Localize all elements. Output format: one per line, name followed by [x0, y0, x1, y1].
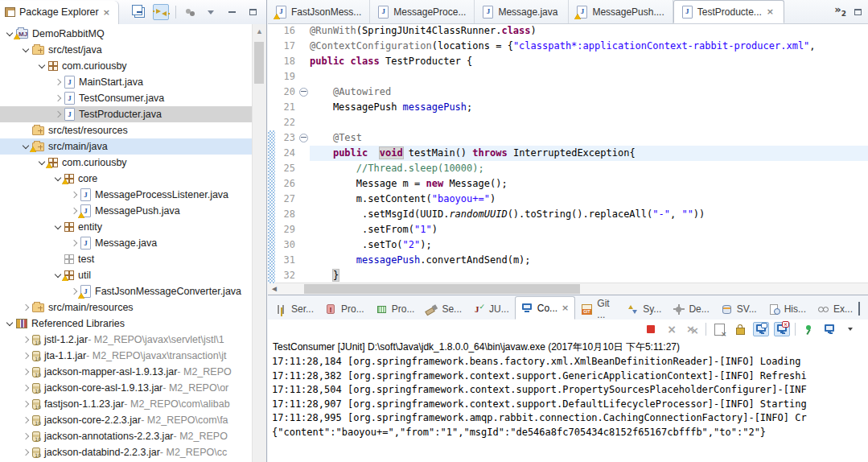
code-token — [310, 163, 356, 174]
fold-collapse-icon[interactable] — [297, 85, 310, 100]
tree-item[interactable]: src/test/resources — [0, 122, 253, 138]
close-icon[interactable] — [103, 8, 110, 17]
tree-item[interactable]: DemoRabbitMQ — [0, 26, 253, 42]
link-with-editor-button[interactable] — [153, 4, 169, 20]
close-icon[interactable] — [562, 303, 569, 312]
tree-item-label: src/test/java — [48, 44, 102, 56]
chevron-right-icon[interactable] — [51, 96, 64, 101]
tree-item[interactable]: TestProducter.java — [0, 106, 253, 122]
terminate-button[interactable] — [643, 322, 659, 336]
tree-item[interactable]: jackson-databind-2.2.3.jar - M2_REPO\cc — [0, 444, 253, 460]
tree-vertical-scrollbar[interactable]: ▲ — [252, 24, 266, 462]
view-tab-progress[interactable]: Pro... — [370, 299, 421, 320]
view-tab-svn[interactable]: SV... — [715, 299, 763, 320]
show-console-stdout-button[interactable] — [753, 322, 769, 336]
code-text: } — [310, 268, 868, 283]
console-output[interactable]: 17:11:28,184 [org.springframework.beans.… — [268, 355, 868, 439]
scrollbar-thumb[interactable] — [254, 42, 264, 84]
chevron-right-icon[interactable] — [19, 337, 32, 342]
editor-tab[interactable]: Message.java — [475, 0, 569, 23]
editor-tab[interactable]: MessageProce... — [370, 0, 475, 23]
tree-item[interactable]: jackson-annotations-2.2.3.jar - M2_REPO — [0, 428, 253, 444]
scroll-left-icon[interactable]: ◄ — [269, 283, 279, 295]
view-tab-expr[interactable]: Ex... — [812, 299, 858, 320]
maximize-button[interactable] — [245, 5, 260, 19]
tree-item[interactable]: fastjson-1.1.23.jar - M2_REPO\com\alibab — [0, 396, 253, 412]
focus-button[interactable] — [183, 5, 197, 19]
scroll-up-icon[interactable]: ▲ — [253, 27, 266, 35]
tree-item[interactable]: jta-1.1.jar - M2_REPO\javax\transaction\… — [0, 348, 253, 364]
show-console-stderr-button[interactable] — [774, 322, 790, 336]
tree-item[interactable]: src/test/java — [0, 42, 253, 58]
fold-collapse-icon[interactable] — [297, 130, 310, 146]
tree-item[interactable]: Message.java — [0, 235, 253, 251]
chevron-right-icon[interactable] — [19, 386, 32, 390]
collapse-all-button[interactable] — [132, 5, 146, 19]
tree-item[interactable]: FastJsonMessageConverter.java — [0, 283, 253, 299]
close-icon[interactable] — [767, 7, 774, 16]
restore-icon[interactable] — [858, 302, 860, 316]
code-text: @Test — [310, 130, 868, 146]
editor-tab[interactable]: MessagePush.... — [569, 0, 673, 23]
view-tab-git[interactable]: Git ... — [575, 299, 621, 320]
chevron-right-icon[interactable] — [19, 402, 32, 406]
tree-item[interactable]: MessagePush.java — [0, 203, 253, 219]
view-tab-junit[interactable]: JU... — [467, 299, 515, 320]
line-number: 20 — [268, 85, 297, 100]
more-tabs-chevron[interactable]: »2 — [834, 4, 846, 19]
scrollbar-thumb[interactable] — [304, 284, 580, 294]
view-tab-problems[interactable]: Pro... — [319, 299, 370, 320]
tab-package-explorer[interactable]: Package Explorer — [0, 1, 119, 24]
view-tab-debug[interactable]: De... — [667, 299, 714, 320]
chevron-right-icon[interactable] — [19, 305, 32, 310]
tree-item[interactable]: jstl-1.2.jar - M2_REPO\javax\servlet\jst… — [0, 332, 253, 348]
view-tab-servers[interactable]: Ser... — [269, 299, 319, 320]
minimize-button[interactable] — [224, 5, 239, 19]
chevron-down-icon[interactable] — [51, 225, 64, 229]
chevron-right-icon[interactable] — [68, 192, 80, 197]
remove-launch-button[interactable] — [664, 322, 680, 336]
chevron-right-icon[interactable] — [19, 434, 32, 439]
tree-item[interactable]: com.curiousby — [0, 58, 253, 74]
tree-item[interactable]: MainStart.java — [0, 74, 253, 90]
tree-item[interactable]: src/main/resources — [0, 299, 253, 316]
restore-icon[interactable] — [854, 9, 862, 15]
chevron-right-icon[interactable] — [68, 241, 80, 245]
view-tab-history[interactable]: His... — [763, 299, 812, 320]
tree-item[interactable]: src/main/java — [0, 138, 253, 155]
tree-item[interactable]: com.curiousby — [0, 155, 253, 171]
chevron-right-icon[interactable] — [51, 112, 64, 117]
chevron-right-icon[interactable] — [19, 353, 32, 358]
tree-item[interactable]: core — [0, 171, 253, 187]
chevron-right-icon[interactable] — [19, 450, 32, 455]
tree-item[interactable]: jackson-core-2.2.3.jar - M2_REPO\com\fa — [0, 412, 253, 428]
editor-tab[interactable]: FastJsonMess... — [268, 0, 370, 23]
tree-item[interactable]: jackson-mapper-asl-1.9.13.jar - M2_REPO — [0, 364, 253, 380]
view-menu-button[interactable] — [204, 5, 218, 19]
tree-item[interactable]: jackson-core-asl-1.9.13.jar - M2_REPO\or — [0, 380, 253, 396]
editor-tab[interactable]: TestProducte... — [673, 0, 784, 23]
chevron-right-icon[interactable] — [19, 369, 32, 374]
tree-item[interactable]: util — [0, 267, 253, 283]
view-tab-console[interactable]: Co... — [515, 296, 576, 320]
display-selected-console-button[interactable] — [821, 322, 837, 336]
editor-horizontal-scrollbar[interactable]: ◄ — [268, 283, 868, 295]
tree-item[interactable]: TestConsumer.java — [0, 90, 253, 106]
tree-item[interactable]: test — [0, 251, 253, 267]
code-editor[interactable]: 16@RunWith(SpringJUnit4ClassRunner.class… — [268, 23, 868, 283]
scroll-lock-button[interactable] — [732, 322, 748, 336]
tree-item[interactable]: entity — [0, 219, 253, 235]
view-tab-sync[interactable]: Sy... — [621, 299, 667, 320]
tree-item[interactable]: Referenced Libraries — [0, 316, 253, 332]
tree-item[interactable]: MessageProcessListener.java — [0, 187, 253, 203]
clear-console-button[interactable] — [711, 322, 727, 336]
console-dropdown-button[interactable] — [842, 322, 858, 336]
chevron-down-icon[interactable] — [19, 48, 32, 52]
chevron-down-icon[interactable] — [3, 322, 16, 325]
remove-all-terminated-button[interactable] — [685, 322, 701, 336]
chevron-right-icon[interactable] — [19, 418, 32, 423]
view-tab-search[interactable]: Se... — [420, 299, 467, 320]
pin-console-button[interactable] — [800, 322, 817, 336]
chevron-down-icon[interactable] — [35, 64, 48, 68]
chevron-right-icon[interactable] — [51, 80, 64, 85]
